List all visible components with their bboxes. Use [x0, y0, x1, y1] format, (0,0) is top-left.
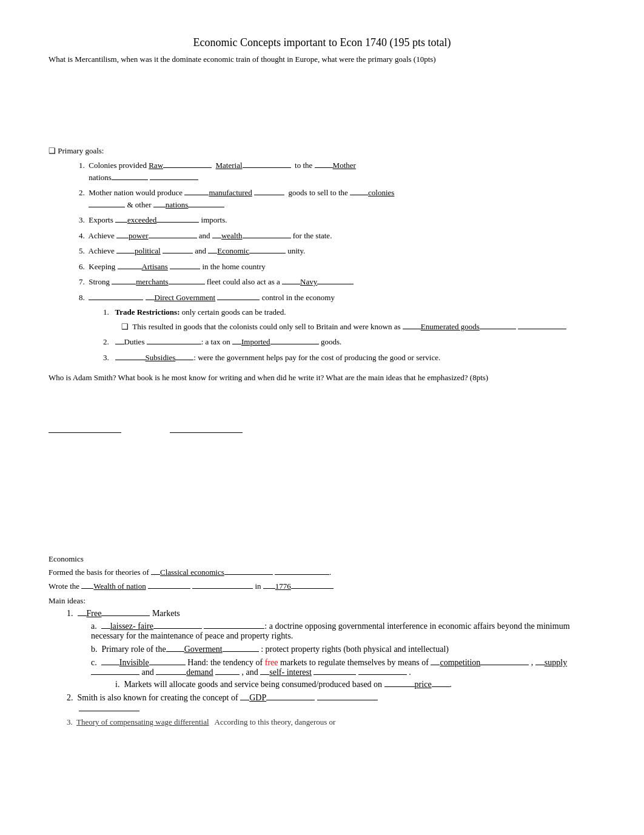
- blank-line-2: [170, 432, 243, 433]
- blank-subsidies: Subsidies: [146, 353, 176, 362]
- blank-classical: Classical economics: [160, 568, 224, 577]
- economics-label: Economics: [49, 554, 595, 564]
- bullet-item: ❑ This resulted in goods that the coloni…: [121, 321, 595, 333]
- blank-power: power: [129, 231, 149, 240]
- adam-smith-section: Who is Adam Smith? What book is he most …: [49, 372, 595, 384]
- blank-competition: competition: [440, 658, 480, 667]
- blank-navy: Navy: [300, 277, 317, 286]
- blank-price: price: [415, 680, 432, 689]
- alpha-item-b: b. Primary role of theGoverment : protec…: [91, 645, 595, 654]
- bottom-section: Economics Formed the basis for theories …: [49, 554, 595, 728]
- blank-self-interest: self- interest: [269, 668, 312, 677]
- main-ideas-item-3: 3. Theory of compensating wage different…: [67, 717, 595, 727]
- main-ideas-item-2: 2. Smith is also known for creating the …: [67, 693, 595, 714]
- blank-imported: Imported: [241, 337, 270, 346]
- sub-list-item: 2. Duties : a tax on Imported goods.: [103, 336, 595, 348]
- blank-exceeded: exceeded: [127, 215, 156, 224]
- blank-nations: nations: [166, 200, 189, 209]
- blank-mother: Mother: [333, 161, 356, 170]
- list-item: 7. Strong merchants fleet could also act…: [79, 276, 595, 288]
- list-item: 5. Achieve political and Economic unity.: [79, 245, 595, 257]
- main-ideas-label: Main ideas:: [49, 595, 595, 607]
- list-item: 3. Exports exceeded imports.: [79, 214, 595, 226]
- formed-basis-line: Formed the basis for theories of Classic…: [49, 566, 595, 578]
- blank-raw: Raw: [149, 161, 163, 170]
- blank-colonies: colonies: [368, 188, 394, 197]
- blank-laissez: laissez- faire: [110, 622, 153, 631]
- subtitle-text: What is Mercantilism, when was it the do…: [49, 54, 595, 65]
- list-item: 4. Achieve power and wealth for the stat…: [79, 230, 595, 242]
- list-item: 1. Colonies provided Raw Material to the…: [79, 159, 595, 183]
- adam-smith-question: Who is Adam Smith? What book is he most …: [49, 372, 595, 384]
- list-item: 6. Keeping Artisans in the home country: [79, 261, 595, 273]
- blank-gdp: GDP: [249, 693, 266, 702]
- list-item: 2. Mother nation would produce manufactu…: [79, 187, 595, 210]
- blank-political: political: [135, 246, 161, 255]
- list-item: 8. Direct Government control in the econ…: [79, 292, 595, 364]
- roman-item-i: i. Markets will allocate goods and servi…: [115, 680, 595, 689]
- blank-merchants: merchants: [136, 277, 168, 286]
- trade-restrictions-label: Trade Restrictions:: [115, 307, 180, 317]
- wrote-line: Wrote the Wealth of nation in 1776: [49, 580, 595, 592]
- main-ideas-item-1: 1. Free Markets a. laissez- faire : a do…: [67, 609, 595, 689]
- red-free: free: [265, 658, 278, 667]
- blank-demand: demand: [186, 668, 213, 677]
- blank-manufactured: manufactured: [209, 188, 252, 197]
- blank-goverment: Goverment: [184, 645, 223, 654]
- blank-free: Free: [87, 609, 102, 618]
- blank-lines-area: [49, 432, 595, 433]
- alpha-item-a: a. laissez- faire : a doctrine opposing …: [91, 622, 595, 641]
- blank-economic: Economic: [217, 246, 249, 255]
- blank-wealth: wealth: [221, 231, 243, 240]
- blank-wealth-nation: Wealth of nation: [93, 582, 146, 591]
- theory-label: Theory of compensating wage differential: [76, 717, 209, 726]
- blank-1776: 1776: [275, 582, 291, 591]
- blank-line-gdp: [79, 711, 139, 711]
- alpha-item-c: c. Invisible Hand: the tendency of free …: [91, 658, 595, 689]
- blank-direct-government: Direct Government: [155, 293, 216, 302]
- blank-artisans: Artisans: [142, 262, 168, 271]
- primary-goals-section: ❑ Primary goals: 1. Colonies provided Ra…: [49, 146, 595, 363]
- sub-list-item: 1. Trade Restrictions: only certain good…: [103, 306, 595, 332]
- page-title: Economic Concepts important to Econ 1740…: [49, 36, 595, 49]
- blank-line-1: [49, 432, 121, 433]
- sub-list-item: 3. Subsidies: were the government helps …: [103, 352, 595, 364]
- spacer-1: [49, 67, 595, 140]
- blank-supply: supply: [545, 658, 567, 667]
- blank-material: Material: [216, 161, 243, 170]
- blank-enumerated: Enumerated goods: [421, 322, 480, 331]
- blank-invisible: Invisible: [119, 658, 149, 667]
- primary-goals-header: ❑ Primary goals:: [49, 146, 595, 156]
